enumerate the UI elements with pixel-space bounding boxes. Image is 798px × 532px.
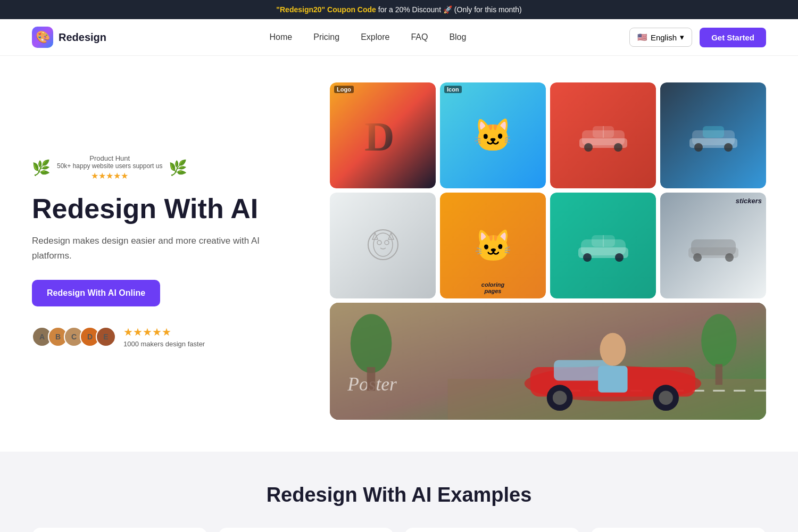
car4-svg bbox=[687, 230, 740, 262]
hero-car2-image bbox=[660, 82, 766, 188]
card-more-title: Redesign More With AI bbox=[591, 528, 766, 532]
avatar: E bbox=[96, 327, 116, 347]
svg-rect-42 bbox=[367, 367, 376, 390]
icon-label: Icon bbox=[444, 86, 462, 93]
hero-car3-image bbox=[550, 193, 656, 298]
example-card-logo: Redesign Logo With AI bbox=[218, 528, 394, 532]
proof-text: 1000 makers design faster bbox=[123, 340, 205, 348]
nav-right: 🇺🇸 English ▾ Get Started bbox=[629, 28, 766, 47]
nav-item-pricing[interactable]: Pricing bbox=[313, 32, 339, 42]
product-hunt-badge: 🌿 Product Hunt 50k+ happy website users … bbox=[32, 154, 298, 181]
nav-item-faq[interactable]: FAQ bbox=[411, 32, 428, 42]
flag-icon: 🇺🇸 bbox=[637, 32, 647, 42]
car3-svg bbox=[577, 230, 630, 262]
svg-point-4 bbox=[614, 143, 622, 152]
avatar-group: A B C D E bbox=[32, 327, 116, 347]
icon-cat: 🐱 bbox=[473, 117, 513, 154]
ph-stars: ★★★★★ bbox=[57, 171, 162, 181]
nav-item-blog[interactable]: Blog bbox=[449, 32, 466, 42]
ph-text: Product Hunt 50k+ happy website users su… bbox=[57, 154, 162, 181]
svg-rect-44 bbox=[716, 364, 722, 385]
card-stickers-title: Redesign Stickers With AI bbox=[404, 528, 580, 532]
top-banner: "Redesign20" Coupon Code for a 20% Disco… bbox=[0, 0, 798, 19]
svg-point-14 bbox=[377, 240, 381, 245]
svg-point-38 bbox=[600, 333, 626, 366]
hero-logo-image: Logo D bbox=[330, 82, 436, 188]
svg-point-15 bbox=[385, 240, 389, 245]
hero-heading: Redesign With AI bbox=[32, 194, 298, 224]
svg-rect-11 bbox=[703, 126, 724, 138]
laurel-right-icon: 🌿 bbox=[169, 159, 187, 177]
proof-info: ★★★★★ 1000 makers design faster bbox=[123, 326, 205, 348]
hero-cta-button[interactable]: Redesign With AI Online bbox=[32, 280, 160, 306]
svg-point-20 bbox=[583, 253, 592, 262]
coloring-label: coloringpages bbox=[481, 281, 504, 294]
hero-poster-image: Poster bbox=[330, 303, 766, 420]
logo-icon: 🎨 bbox=[32, 27, 53, 48]
svg-point-9 bbox=[694, 143, 703, 152]
lang-label: English bbox=[651, 33, 677, 42]
poster-svg: Poster bbox=[330, 303, 766, 420]
hero-right: Logo D Icon 🐱 bbox=[330, 82, 766, 420]
logo-label: Logo bbox=[334, 86, 354, 93]
banner-text: for a 20% Discount 🚀 (Only for this mont… bbox=[376, 5, 522, 14]
stickers-label: stickers bbox=[736, 197, 762, 205]
svg-point-27 bbox=[725, 253, 734, 262]
example-card-icon: Redesign ICON With AI 🐱 bbox=[32, 528, 207, 532]
language-selector[interactable]: 🇺🇸 English ▾ bbox=[629, 28, 692, 47]
logo-svg: D bbox=[362, 114, 404, 157]
hero-image-row-2: 🐱 coloringpages bbox=[330, 193, 766, 298]
nav-links: Home Pricing Explore FAQ Blog bbox=[270, 32, 467, 42]
logo[interactable]: 🎨 Redesign bbox=[32, 27, 106, 48]
nav-item-home[interactable]: Home bbox=[270, 32, 293, 42]
svg-point-10 bbox=[724, 143, 733, 152]
hero-cat1-image bbox=[330, 193, 436, 298]
hero-icon-image: Icon 🐱 bbox=[440, 82, 546, 188]
ph-subtitle: 50k+ happy website users support us bbox=[57, 162, 162, 170]
hero-cat2-image: 🐱 coloringpages bbox=[440, 193, 546, 298]
hero-left: 🌿 Product Hunt 50k+ happy website users … bbox=[32, 154, 298, 348]
nav-item-explore[interactable]: Explore bbox=[361, 32, 389, 42]
proof-stars: ★★★★★ bbox=[123, 326, 205, 338]
car2-svg bbox=[687, 120, 740, 152]
laurel-left-icon: 🌿 bbox=[32, 159, 51, 177]
hero-car1-image bbox=[550, 82, 656, 188]
social-proof: A B C D E ★★★★★ 1000 makers design faste… bbox=[32, 326, 298, 348]
cat1-svg bbox=[364, 225, 402, 267]
example-card-more: Redesign More With AI more bbox=[591, 528, 766, 532]
examples-title: Redesign With AI Examples bbox=[32, 484, 766, 506]
hero-section: 🌿 Product Hunt 50k+ happy website users … bbox=[0, 56, 798, 452]
svg-point-41 bbox=[351, 314, 392, 373]
navbar: 🎨 Redesign Home Pricing Explore FAQ Blog… bbox=[0, 19, 798, 56]
svg-point-37 bbox=[659, 390, 673, 405]
chevron-down-icon: ▾ bbox=[680, 32, 684, 42]
example-card-stickers: Redesign Stickers With AI 🎄 🦌 bbox=[404, 528, 580, 532]
svg-point-43 bbox=[701, 314, 736, 367]
svg-point-3 bbox=[584, 143, 593, 152]
logo-text: Redesign bbox=[59, 31, 106, 44]
get-started-button[interactable]: Get Started bbox=[700, 28, 766, 47]
hero-image-row-1: Logo D Icon 🐱 bbox=[330, 82, 766, 188]
svg-point-36 bbox=[553, 390, 567, 405]
hero-car4-image: stickers bbox=[660, 193, 766, 298]
car1-svg bbox=[577, 120, 630, 152]
examples-grid: Redesign ICON With AI 🐱 Redesign Logo Wi… bbox=[32, 528, 766, 532]
svg-rect-39 bbox=[598, 366, 627, 393]
ph-title: Product Hunt bbox=[57, 154, 162, 162]
cat2-emoji: 🐱 bbox=[474, 228, 512, 264]
svg-text:D: D bbox=[364, 114, 394, 157]
svg-point-26 bbox=[693, 253, 702, 262]
coupon-code: "Redesign20" Coupon Code bbox=[276, 5, 376, 14]
card-icon-title: Redesign ICON With AI bbox=[32, 528, 207, 532]
hero-subtext: Redesign makes design easier and more cr… bbox=[32, 234, 298, 262]
card-logo-title: Redesign Logo With AI bbox=[218, 528, 394, 532]
examples-section: Redesign With AI Examples Redesign ICON … bbox=[0, 452, 798, 532]
svg-point-21 bbox=[615, 253, 624, 262]
svg-point-12 bbox=[368, 230, 398, 260]
